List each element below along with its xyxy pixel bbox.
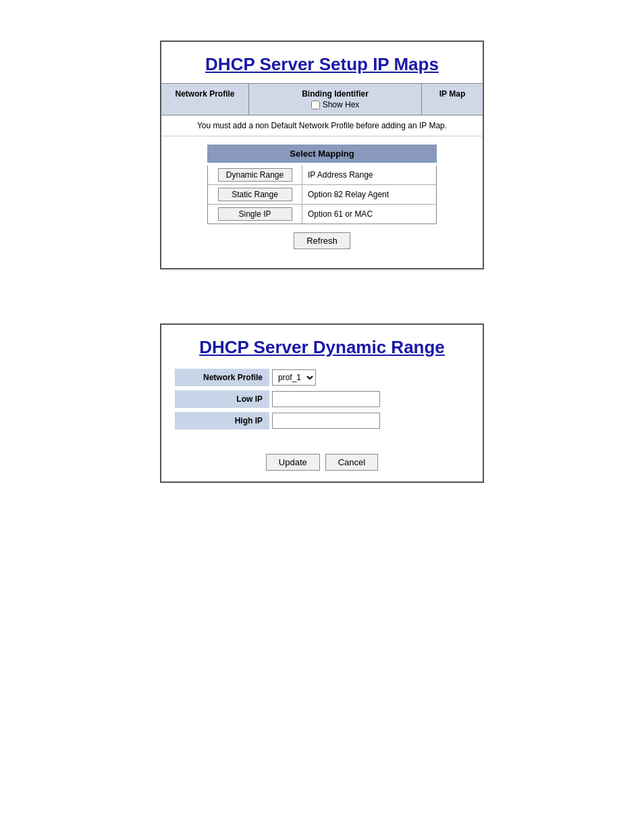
dynamic-range-title: DHCP Server Dynamic Range [168,337,476,358]
refresh-row: Refresh [286,224,358,257]
network-profile-row: Network Profile prof_1 [175,369,469,386]
mapping-row-static: Static Range Option 82 Relay Agent [208,185,436,205]
low-ip-label: Low IP [175,390,269,408]
dynamic-range-label: IP Address Range [302,165,436,184]
low-ip-field [272,391,380,407]
show-hex-label: Show Hex [323,100,360,109]
single-ip-label: Option 61 or MAC [302,205,436,224]
single-ip-btn-cell: Single IP [208,205,302,224]
mapping-row-dynamic: Dynamic Range IP Address Range [208,165,436,185]
network-profile-select[interactable]: prof_1 [272,369,316,386]
low-ip-input[interactable] [272,391,380,407]
high-ip-row: High IP [175,412,469,429]
binding-identifier-header: Binding Identifier Show Hex [249,84,422,115]
high-ip-label: High IP [175,412,269,429]
show-hex-checkbox[interactable] [311,101,320,109]
static-range-label: Option 82 Relay Agent [302,185,436,204]
refresh-button[interactable]: Refresh [294,232,350,249]
mapping-table: Dynamic Range IP Address Range Static Ra… [207,165,437,224]
mapping-row-single: Single IP Option 61 or MAC [208,205,436,224]
static-range-btn-cell: Static Range [208,185,302,204]
dynamic-range-title-section: DHCP Server Dynamic Range [161,325,483,369]
dynamic-range-button[interactable]: Dynamic Range [218,168,292,182]
ip-maps-title: DHCP Server Setup IP Maps [168,54,476,75]
update-button[interactable]: Update [266,454,320,471]
select-mapping-section: Select Mapping Dynamic Range IP Address … [161,136,483,268]
notice-text: You must add a non Default Network Profi… [161,115,483,136]
single-ip-button[interactable]: Single IP [218,207,292,221]
dynamic-range-form: Network Profile prof_1 Low IP High IP [161,369,483,447]
dynamic-range-panel: DHCP Server Dynamic Range Network Profil… [160,323,484,483]
ip-map-header: IP Map [422,84,483,115]
ip-maps-panel: DHCP Server Setup IP Maps Network Profil… [160,41,484,269]
cancel-button[interactable]: Cancel [325,454,378,471]
network-profile-label: Network Profile [175,369,269,386]
select-mapping-header: Select Mapping [207,145,437,163]
low-ip-row: Low IP [175,390,469,408]
ip-maps-table-header: Network Profile Binding Identifier Show … [161,83,483,115]
high-ip-input[interactable] [272,413,380,429]
dynamic-range-btn-cell: Dynamic Range [208,165,302,184]
high-ip-field [272,413,380,429]
action-row: Update Cancel [161,447,483,481]
ip-maps-title-section: DHCP Server Setup IP Maps [161,42,483,83]
network-profile-header: Network Profile [161,84,249,115]
network-profile-field: prof_1 [272,369,316,386]
static-range-button[interactable]: Static Range [218,188,292,201]
